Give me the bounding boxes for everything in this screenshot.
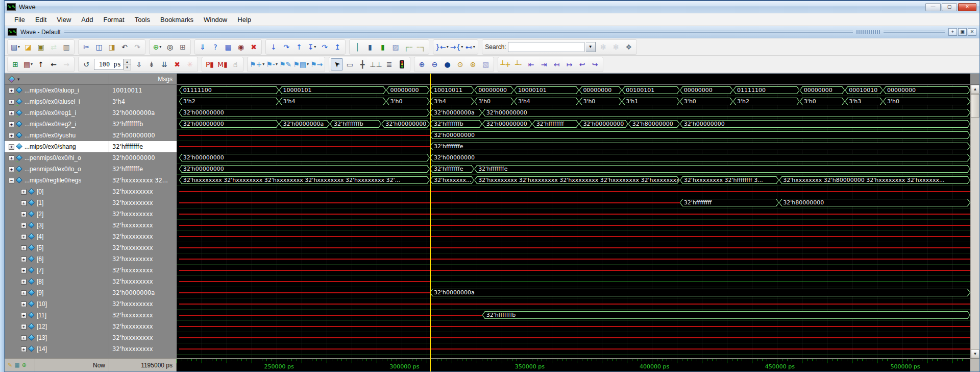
signal-wave-cell[interactable]: 3'h23'h43'h03'h43'h03'h43'h03'h13'h03'h2… [177, 96, 970, 107]
scroll-thumb[interactable] [971, 94, 979, 118]
signal-row[interactable]: +[10]32'hxxxxxxxx [5, 298, 970, 310]
undo-button[interactable]: ↶ [118, 41, 131, 53]
chevron-down-icon[interactable]: ▾ [17, 77, 20, 82]
wave-view-wave-button[interactable]: ▮ [377, 41, 389, 53]
zoom-range-button[interactable]: ▧ [480, 58, 492, 71]
menu-item-add[interactable]: Add [77, 14, 97, 25]
signal-row[interactable]: +→...penmips0/ex0/hi_o32'h0000000032'h00… [5, 152, 970, 164]
expand-toggle[interactable]: + [9, 144, 14, 150]
signal-row[interactable]: +[0]32'hxxxxxxxx [5, 186, 970, 197]
run-button[interactable]: ⇩ [133, 58, 145, 71]
spin-up-button[interactable]: ▲ [124, 59, 131, 65]
signal-wave-cell[interactable]: 32'hxxxxxxxx 32'hxxxxxxxx 32'hxxxxxxxx 3… [177, 175, 970, 186]
signal-wave-cell[interactable]: 32'h00000000 [177, 130, 970, 141]
signal-wave-cell[interactable]: 32'h0000000032'h00000000 [177, 152, 970, 164]
signal-wave-cell[interactable]: 32'hffffffff32'h80000000 [177, 197, 970, 208]
select-mode-button[interactable]: ➤ [331, 58, 343, 71]
view-dataset-button[interactable]: ▦ [222, 41, 234, 53]
signal-wave-cell[interactable] [177, 332, 970, 343]
continue-button[interactable]: ⇊ [158, 58, 170, 71]
prev-rising-edge-button[interactable]: ↩ [576, 58, 589, 71]
minimize-button[interactable]: — [925, 3, 941, 11]
goto-next-button[interactable]: ↑ [293, 41, 305, 53]
signals-header[interactable]: ▾ [5, 74, 109, 84]
scroll-up-button[interactable]: ▲ [971, 85, 979, 94]
signal-row[interactable]: +[9]32'h0000000a32'h0000000a [5, 287, 970, 298]
bookmark-save-button[interactable]: ⚑▤▾ [292, 58, 309, 71]
reload-dataset-button[interactable]: ? [209, 41, 222, 53]
zoom-full-button[interactable]: ● [442, 58, 454, 71]
restart-button[interactable]: ↺ [80, 58, 92, 71]
signal-row[interactable]: +[3]32'hxxxxxxxx [5, 220, 970, 231]
zoom-cursor-button[interactable]: ⊙ [454, 58, 467, 71]
msgs-header[interactable]: Msgs [109, 74, 177, 84]
maximize-button[interactable]: ▢ [942, 3, 957, 11]
signal-wave-cell[interactable]: 32'h0000000a [177, 287, 970, 298]
signal-row[interactable]: +[1]32'hxxxxxxxx32'hffffffff32'h80000000 [5, 197, 970, 208]
add-wave-button[interactable]: ⊕▾ [151, 41, 163, 53]
signal-row[interactable]: +→...penmips0/ex0/lo_o32'hfffffffe32'h00… [5, 164, 970, 175]
search-up-button[interactable]: ✻ [610, 41, 622, 53]
signal-wave-cell[interactable]: 32'hfffffffb [177, 310, 970, 321]
status-edit-icon[interactable]: ✎ [8, 362, 12, 368]
next-falling-edge-button[interactable]: ↦ [564, 58, 576, 71]
wave-view-list-button[interactable]: ▮ [364, 41, 376, 53]
search-options-button[interactable]: ❖ [623, 41, 635, 53]
menu-item-window[interactable]: Window [199, 14, 232, 25]
wave-view-signal-button[interactable]: │ [351, 41, 363, 53]
signal-wave-cell[interactable]: 32'h0000000032'h0000000a32'hfffffffb32'h… [177, 119, 970, 130]
close-pane-button[interactable]: ✕ [968, 28, 976, 36]
signal-row[interactable]: +...mips0/ex0/yushu32'h0000000032'h00000… [5, 130, 970, 141]
memory-profile-button[interactable]: M▮ [216, 58, 229, 71]
timeline-ruler[interactable]: 250000 ps300000 ps350000 ps400000 ps4500… [177, 359, 970, 371]
expand-toggle[interactable]: + [21, 212, 27, 217]
signal-row[interactable]: +→...mips0/ex0/reg2_i32'hfffffffb32'h000… [5, 119, 970, 130]
expand-toggle[interactable]: + [21, 279, 27, 285]
expand-toggle[interactable]: + [21, 189, 27, 195]
signal-row[interactable]: +→...mips0/ex0/aluop_i100100110111110010… [5, 85, 970, 96]
prev-falling-edge-button[interactable]: ↤ [551, 58, 563, 71]
signal-row[interactable]: +[11]32'hxxxxxxxx32'hfffffffb [5, 310, 970, 321]
pane-header[interactable]: ∿∿ Wave - Default +▣✕ [5, 26, 979, 38]
signal-wave-cell[interactable] [177, 220, 970, 231]
signal-row[interactable]: +[14]32'hxxxxxxxx [5, 343, 970, 355]
scroll-track[interactable] [971, 94, 979, 350]
edit-mode-button[interactable]: ≣ [383, 58, 396, 71]
signal-wave-cell[interactable] [177, 298, 970, 310]
signal-row[interactable]: +[8]32'hxxxxxxxx [5, 276, 970, 287]
signal-wave-cell[interactable] [177, 343, 970, 355]
delete-cursor-button[interactable]: ┴- [512, 58, 525, 71]
close-button[interactable]: ✕ [958, 3, 976, 11]
expand-toggle[interactable]: + [9, 122, 14, 127]
signal-row[interactable]: +→...mips0/ex0/reg1_i32'h0000000a32'h000… [5, 107, 970, 119]
signal-wave-cell[interactable]: 32'hfffffffe [177, 141, 970, 152]
refresh-button[interactable]: ⇄ [47, 41, 60, 53]
paste-button[interactable]: ◨ [106, 41, 118, 53]
wave-pattern-button[interactable]: ▨ [389, 41, 402, 53]
signal-wave-cell[interactable]: 32'h0000000032'h0000000a32'h00000000 [177, 107, 970, 119]
status-add-icon[interactable]: ⊕ [22, 362, 27, 368]
next-rising-edge-button[interactable]: ↪ [589, 58, 601, 71]
spin-down-button[interactable]: ▼ [124, 65, 131, 71]
signal-row[interactable]: +[6]32'hxxxxxxxx [5, 253, 970, 265]
zoom-between-cursors-button[interactable]: ⊛ [467, 58, 479, 71]
goto-first-button[interactable]: ↓ [267, 41, 280, 53]
search-down-button[interactable]: ✻ [597, 41, 609, 53]
up-level-button[interactable]: ↑ [35, 58, 47, 71]
signal-row[interactable]: +[2]32'hxxxxxxxx [5, 208, 970, 220]
expand-toggle[interactable]: + [21, 324, 27, 330]
expand-toggle[interactable]: + [21, 313, 27, 318]
bookmark-goto-button[interactable]: ⚑→ [310, 58, 323, 71]
stop-draw-button[interactable] [396, 58, 408, 71]
search-dropdown-button[interactable]: ▼ [586, 42, 596, 52]
break-button[interactable]: ✳ [184, 58, 196, 71]
bookmark-edit-button[interactable]: ⚑✎ [279, 58, 292, 71]
expression-button[interactable]: ◉ [235, 41, 247, 53]
expand-toggle[interactable]: + [21, 346, 27, 352]
expand-toggle[interactable]: + [21, 223, 27, 228]
menu-item-view[interactable]: View [52, 14, 76, 25]
signal-row[interactable]: +[7]32'hxxxxxxxx [5, 265, 970, 276]
expand-toggle[interactable]: + [9, 167, 14, 172]
signal-wave-cell[interactable] [177, 321, 970, 332]
expand-toggle[interactable]: + [9, 88, 14, 94]
